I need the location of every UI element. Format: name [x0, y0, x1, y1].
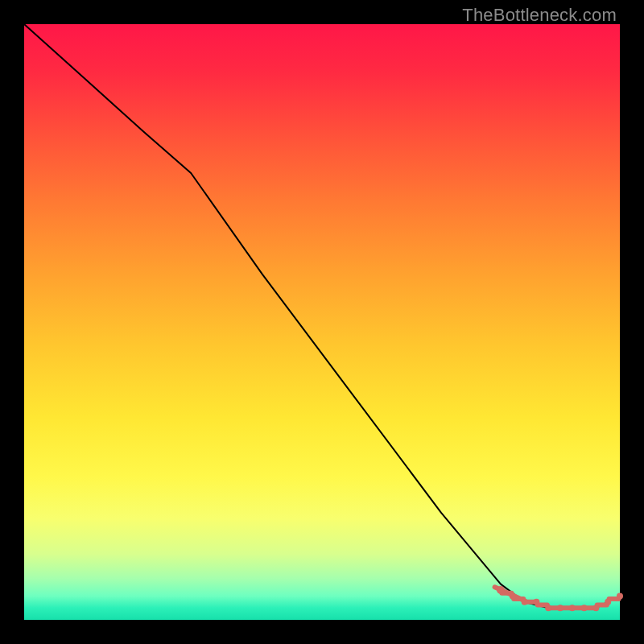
marker-dot [569, 605, 576, 611]
marker-dot [522, 599, 528, 605]
marker-dot [533, 599, 539, 605]
marker-dot [497, 586, 505, 594]
marker-dot [605, 599, 611, 605]
chart-frame: TheBottleneck.com [0, 0, 644, 644]
marker-dot [617, 592, 623, 599]
marker-dot [557, 605, 564, 611]
curve-svg [24, 24, 620, 620]
bottleneck-curve-path [24, 24, 620, 608]
marker-dot [592, 605, 599, 611]
watermark-text: TheBottleneck.com [462, 5, 617, 26]
marker-dot [510, 592, 516, 599]
plot-area [24, 24, 620, 620]
marker-dot [545, 605, 551, 611]
marker-dot [581, 605, 588, 611]
